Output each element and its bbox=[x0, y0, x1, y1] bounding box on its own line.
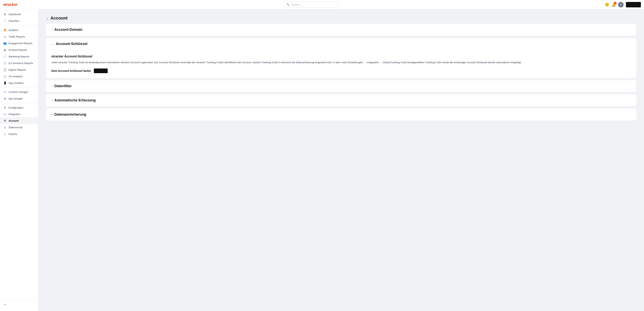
sidebar-item-ux-analytics[interactable]: ◫ UX Analytics bbox=[0, 73, 38, 80]
fire-icon: 🔥 bbox=[3, 28, 6, 32]
section-datenfilter-header[interactable]: › Datenfilter bbox=[46, 80, 636, 92]
app-body: ⊞ Dashboard ☆ Favoriten 🔥 analytics ◎ Tr… bbox=[0, 9, 644, 311]
sidebar-item-tag-manager[interactable]: ◈ tag manager bbox=[0, 95, 38, 102]
avatar[interactable]: S bbox=[618, 2, 624, 8]
account-schluessel-title: Account-Schlüssel bbox=[56, 42, 88, 46]
search-placeholder: Suchen ... bbox=[291, 3, 302, 6]
datenschutz-icon: ⚖ bbox=[3, 126, 6, 129]
sidebar-label-marketing-reports: Marketing Reports bbox=[8, 55, 29, 58]
section-datenanreicherung-header[interactable]: › Datenanreicherung bbox=[46, 108, 636, 120]
sidebar-label-account: Account bbox=[8, 119, 19, 122]
sidebar-label-konfiguration: Konfiguration bbox=[8, 106, 24, 109]
sidebar-bottom: ↩ bbox=[0, 300, 38, 310]
sidebar-label-eigene-reports: Eigene Reports bbox=[8, 68, 26, 71]
emoji-icon: 🙂 bbox=[605, 2, 609, 7]
main-content: ⌄ Account › Account-Domain ⌄ Account-Sch… bbox=[38, 9, 644, 311]
echtzeit-icon: ◉ bbox=[3, 48, 6, 52]
section-automatische-erfassung: › Automatische Erfassung bbox=[46, 94, 636, 106]
sidebar-label-ecommerce-reports: E-Commerce Reports bbox=[8, 62, 33, 64]
ux-icon: ◫ bbox=[3, 75, 6, 78]
sidebar-item-datenschutz[interactable]: ⚖ Datenschutz bbox=[0, 124, 38, 130]
page-title: Account bbox=[50, 16, 68, 21]
sidebar-item-marketing-reports[interactable]: 📄 Marketing Reports bbox=[0, 53, 38, 60]
logo-text: etracker bbox=[3, 2, 18, 7]
ecommerce-icon: 🛒 bbox=[3, 62, 6, 64]
sidebar-item-account[interactable]: ⚙ Account bbox=[0, 117, 38, 124]
app-icon: 📱 bbox=[3, 81, 6, 84]
sidebar-label-exports: Exports bbox=[8, 132, 17, 136]
search-icon: 🔍 bbox=[286, 3, 290, 6]
integration-icon: </> bbox=[3, 113, 6, 116]
section-account-domain-header[interactable]: › Account-Domain bbox=[46, 24, 636, 36]
section-datenfilter: › Datenfilter bbox=[46, 80, 636, 92]
sidebar-divider-3 bbox=[0, 103, 38, 103]
sidebar-item-integration[interactable]: </> Integration bbox=[0, 111, 38, 117]
sidebar-label-integration: Integration bbox=[8, 113, 20, 116]
account-schluessel-body: etracker Account-Schlüssel Jeder etracke… bbox=[46, 50, 636, 78]
eigene-icon: 📋 bbox=[3, 68, 6, 71]
sidebar-label-favoriten: Favoriten bbox=[8, 20, 19, 22]
sidebar-item-dashboard[interactable]: ⊞ Dashboard bbox=[0, 11, 38, 18]
sidebar-item-exports[interactable]: ⤓ Exports bbox=[0, 130, 38, 137]
sidebar-item-konfiguration[interactable]: ⚙ Konfiguration bbox=[0, 104, 38, 111]
engagement-icon: 👥 bbox=[3, 42, 6, 45]
sidebar-label-dashboard: Dashboard bbox=[8, 13, 21, 16]
sidebar-label-echtzeit-reports: Echtzeit Reports bbox=[8, 48, 27, 52]
grid-icon: ⊞ bbox=[3, 13, 6, 16]
header: etracker 🔍 Suchen ... 🙂 🔔 3 S bbox=[0, 0, 644, 9]
sidebar-item-consent-manager[interactable]: ✓✓ consent manager bbox=[0, 89, 38, 95]
datenanreicherung-chevron: › bbox=[50, 114, 54, 115]
exports-icon: ⤓ bbox=[3, 132, 6, 136]
sidebar-item-ecommerce-reports[interactable]: 🛒 E-Commerce Reports bbox=[0, 60, 38, 66]
collapse-icon: ↩ bbox=[3, 303, 6, 306]
redacted-button[interactable] bbox=[626, 2, 641, 8]
search-box[interactable]: 🔍 Suchen ... bbox=[284, 2, 338, 8]
sidebar-label-app-analytics: App Analytics bbox=[8, 82, 24, 84]
sidebar-label-analytics: analytics bbox=[8, 28, 18, 32]
sidebar-item-engagement-reports[interactable]: 👥 Engagement Reports bbox=[0, 40, 38, 46]
sidebar-item-traffic-reports[interactable]: ◎ Traffic Reports bbox=[0, 33, 38, 40]
automatische-erfassung-title: Automatische Erfassung bbox=[54, 98, 96, 102]
konfiguration-icon: ⚙ bbox=[3, 106, 6, 109]
section-account-domain: › Account-Domain bbox=[46, 24, 636, 36]
datenfilter-title: Datenfilter bbox=[54, 84, 72, 88]
automatische-erfassung-chevron: › bbox=[50, 100, 54, 101]
sidebar-label-tag-manager: tag manager bbox=[8, 97, 23, 100]
tag-icon: ◈ bbox=[3, 97, 6, 100]
sidebar-collapse-button[interactable]: ↩ bbox=[0, 301, 38, 308]
section-automatische-erfassung-header[interactable]: › Automatische Erfassung bbox=[46, 94, 636, 106]
bell-button[interactable]: 🔔 3 bbox=[612, 2, 616, 7]
account-schluessel-description: Jeder etracker Tracking Code ist eindeut… bbox=[52, 60, 631, 64]
sidebar-item-eigene-reports[interactable]: 📋 Eigene Reports bbox=[0, 66, 38, 73]
bell-badge: 3 bbox=[614, 2, 616, 4]
account-key-row: Dein Account-Schlüssel lautet: bbox=[52, 68, 631, 73]
traffic-icon: ◎ bbox=[3, 35, 6, 38]
sidebar-item-favoriten[interactable]: ☆ Favoriten bbox=[0, 18, 38, 24]
account-key-label: Dein Account-Schlüssel lautet: bbox=[52, 69, 92, 72]
star-icon: ☆ bbox=[3, 19, 6, 22]
account-key-value bbox=[94, 68, 108, 73]
sidebar-label-traffic-reports: Traffic Reports bbox=[8, 35, 25, 38]
account-schluessel-subtitle: etracker Account-Schlüssel bbox=[52, 55, 631, 58]
account-icon: ⚙ bbox=[3, 119, 6, 122]
section-datenanreicherung: › Datenanreicherung bbox=[46, 108, 636, 120]
account-domain-chevron: › bbox=[50, 29, 54, 30]
sidebar: ⊞ Dashboard ☆ Favoriten 🔥 analytics ◎ Tr… bbox=[0, 9, 38, 311]
account-schluessel-chevron: ⌄ bbox=[52, 42, 54, 46]
sidebar-divider-1 bbox=[0, 25, 38, 26]
sidebar-item-analytics[interactable]: 🔥 analytics bbox=[0, 27, 38, 33]
page-title-row: ⌄ Account bbox=[46, 16, 636, 21]
sidebar-item-echtzeit-reports[interactable]: ◉ Echtzeit Reports bbox=[0, 46, 38, 53]
header-center: 🔍 Suchen ... bbox=[18, 2, 605, 8]
datenfilter-chevron: › bbox=[50, 86, 54, 86]
sidebar-item-app-analytics[interactable]: 📱 App Analytics bbox=[0, 80, 38, 86]
page-title-chevron[interactable]: ⌄ bbox=[46, 16, 48, 20]
marketing-icon: 📄 bbox=[3, 55, 6, 58]
sidebar-label-ux-analytics: UX Analytics bbox=[8, 75, 23, 78]
section-account-schluessel-header[interactable]: ⌄ Account-Schlüssel bbox=[46, 38, 636, 50]
section-account-schluessel: ⌄ Account-Schlüssel etracker Account-Sch… bbox=[46, 38, 636, 78]
datenanreicherung-title: Datenanreicherung bbox=[54, 112, 86, 116]
avatar-initial: S bbox=[620, 3, 622, 6]
account-domain-title: Account-Domain bbox=[54, 28, 82, 32]
sidebar-label-datenschutz: Datenschutz bbox=[8, 126, 22, 129]
